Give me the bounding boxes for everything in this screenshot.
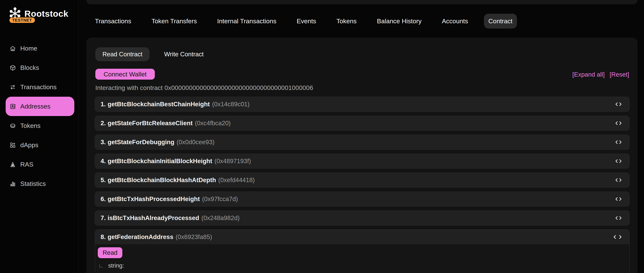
code-icon[interactable] bbox=[613, 235, 622, 239]
code-icon[interactable] bbox=[615, 102, 622, 106]
triangle-icon bbox=[10, 161, 16, 168]
sidebar-nav: Home Blocks Transactions bbox=[6, 39, 74, 193]
tab-events[interactable]: Events bbox=[292, 14, 321, 29]
interacting-note: Interacting with contract 0x000000000000… bbox=[95, 84, 313, 91]
sidebar-item-label: dApps bbox=[20, 141, 38, 149]
function-row-1[interactable]: 1. getBtcBlockchainBestChainHeight (0x14… bbox=[95, 97, 630, 112]
function-selector: (0x4897193f) bbox=[214, 158, 251, 165]
read-button[interactable]: Read bbox=[98, 247, 122, 258]
function-name: getStateForBtcReleaseClient bbox=[108, 120, 193, 127]
sidebar-item-statistics[interactable]: Statistics bbox=[6, 174, 74, 193]
function-row-8-expanded: 8. getFederationAddress (0x6923fa85) Rea… bbox=[95, 229, 630, 273]
sidebar-item-label: Tokens bbox=[20, 122, 40, 129]
reset-link[interactable]: [Reset] bbox=[610, 71, 629, 78]
code-icon[interactable] bbox=[615, 121, 622, 125]
expand-all-link[interactable]: [Expand all] bbox=[572, 71, 604, 78]
home-icon bbox=[10, 45, 16, 52]
tab-tokens[interactable]: Tokens bbox=[332, 14, 361, 29]
function-selector: (0x6923fa85) bbox=[176, 233, 212, 240]
function-name: getFederationAddress bbox=[108, 233, 174, 240]
tab-accounts[interactable]: Accounts bbox=[438, 14, 473, 29]
tab-token-transfers[interactable]: Token Transfers bbox=[147, 14, 201, 29]
output-line: ∟ string: bbox=[98, 262, 624, 270]
function-name: getBtcTxHashProcessedHeight bbox=[108, 195, 200, 203]
page: Rootstock TESTNET Home Blocks Transacti bbox=[0, 0, 644, 273]
previous-card-edge bbox=[86, 0, 638, 4]
connect-wallet-button[interactable]: Connect Wallet bbox=[95, 69, 155, 80]
function-list: 1. getBtcBlockchainBestChainHeight (0x14… bbox=[95, 97, 630, 273]
function-number: 3. bbox=[100, 139, 106, 146]
function-number: 1. bbox=[100, 101, 106, 108]
sidebar-item-label: RAS bbox=[20, 161, 34, 168]
function-number: 4. bbox=[100, 158, 106, 165]
sidebar-item-blocks[interactable]: Blocks bbox=[6, 58, 74, 77]
function-name: getBtcBlockchainBlockHashAtDepth bbox=[108, 176, 216, 184]
tab-transactions[interactable]: Transactions bbox=[90, 14, 136, 29]
code-icon[interactable] bbox=[615, 197, 622, 201]
function-number: 8. bbox=[100, 233, 106, 240]
function-number: 2. bbox=[100, 120, 106, 127]
testnet-badge: TESTNET bbox=[10, 18, 35, 23]
function-name: getBtcBlockchainBestChainHeight bbox=[108, 101, 210, 108]
function-selector: (0x97fcca7d) bbox=[202, 195, 238, 203]
contact-card-icon bbox=[10, 103, 16, 110]
sidebar-item-dapps[interactable]: dApps bbox=[6, 135, 74, 155]
address-tabbar: Transactions Token Transfers Internal Tr… bbox=[90, 14, 517, 29]
function-selector: (0x0d0cee93) bbox=[176, 139, 214, 146]
coin-icon bbox=[10, 122, 16, 129]
tab-balance-history[interactable]: Balance History bbox=[372, 14, 426, 29]
tab-write-contract[interactable]: Write Contract bbox=[157, 47, 211, 61]
interacting-prefix: Interacting with contract bbox=[95, 84, 163, 91]
cube-icon bbox=[10, 64, 16, 71]
sidebar-item-label: Blocks bbox=[20, 64, 39, 71]
code-icon[interactable] bbox=[615, 216, 622, 220]
code-icon[interactable] bbox=[615, 178, 622, 182]
function-selector: (0x248a982d) bbox=[201, 214, 240, 221]
function-row-2[interactable]: 2. getStateForBtcReleaseClient (0xc4fbca… bbox=[95, 116, 630, 131]
function-detail: Read ∟ string: bbox=[95, 244, 629, 273]
sidebar-item-transactions[interactable]: Transactions bbox=[6, 77, 74, 97]
swap-arrows-icon bbox=[10, 84, 16, 91]
sidebar: Rootstock TESTNET Home Blocks Transacti bbox=[0, 0, 78, 273]
return-symbol: ∟ bbox=[98, 263, 104, 269]
function-selector: (0xefd44418) bbox=[218, 176, 255, 184]
sidebar-item-label: Addresses bbox=[20, 103, 50, 110]
code-icon[interactable] bbox=[615, 159, 622, 163]
function-name: getBtcBlockchainInitialBlockHeight bbox=[108, 158, 212, 165]
function-row-3[interactable]: 3. getStateForDebugging (0x0d0cee93) bbox=[95, 135, 630, 150]
function-row-7[interactable]: 7. isBtcTxHashAlreadyProcessed (0x248a98… bbox=[95, 210, 630, 225]
contract-address: 0x00000000000000000000000000000000010000… bbox=[164, 84, 313, 91]
sidebar-item-ras[interactable]: RAS bbox=[6, 155, 74, 174]
sidebar-item-label: Home bbox=[20, 45, 37, 52]
contract-panel: Read Contract Write Contract Connect Wal… bbox=[86, 38, 638, 273]
list-controls: [Expand all] [Reset] bbox=[572, 71, 629, 78]
sidebar-item-home[interactable]: Home bbox=[6, 39, 74, 58]
function-number: 7. bbox=[100, 214, 106, 221]
brand-name: Rootstock bbox=[24, 9, 68, 19]
function-row-8[interactable]: 8. getFederationAddress (0x6923fa85) bbox=[95, 230, 629, 244]
function-number: 6. bbox=[100, 195, 106, 203]
function-row-6[interactable]: 6. getBtcTxHashProcessedHeight (0x97fcca… bbox=[95, 191, 630, 206]
function-selector: (0x14c89c01) bbox=[212, 101, 250, 108]
tab-internal-transactions[interactable]: Internal Transactions bbox=[212, 14, 281, 29]
function-selector: (0xc4fbca20) bbox=[195, 120, 231, 127]
function-name: getStateForDebugging bbox=[108, 139, 174, 146]
sidebar-item-label: Transactions bbox=[20, 83, 56, 91]
tab-contract[interactable]: Contract bbox=[484, 14, 517, 29]
tab-read-contract[interactable]: Read Contract bbox=[95, 47, 150, 61]
grid-plus-icon bbox=[10, 142, 16, 149]
sidebar-item-label: Statistics bbox=[20, 180, 46, 187]
code-icon[interactable] bbox=[615, 140, 622, 144]
function-row-5[interactable]: 5. getBtcBlockchainBlockHashAtDepth (0xe… bbox=[95, 173, 630, 188]
output-type-label: string: bbox=[108, 262, 124, 269]
sidebar-item-tokens[interactable]: Tokens bbox=[6, 116, 74, 135]
bar-chart-icon bbox=[10, 180, 16, 187]
function-name: isBtcTxHashAlreadyProcessed bbox=[108, 214, 199, 221]
function-row-4[interactable]: 4. getBtcBlockchainInitialBlockHeight (0… bbox=[95, 154, 630, 169]
function-number: 5. bbox=[100, 176, 106, 184]
contract-subtabs: Read Contract Write Contract bbox=[95, 47, 211, 61]
sidebar-item-addresses[interactable]: Addresses bbox=[6, 97, 74, 116]
